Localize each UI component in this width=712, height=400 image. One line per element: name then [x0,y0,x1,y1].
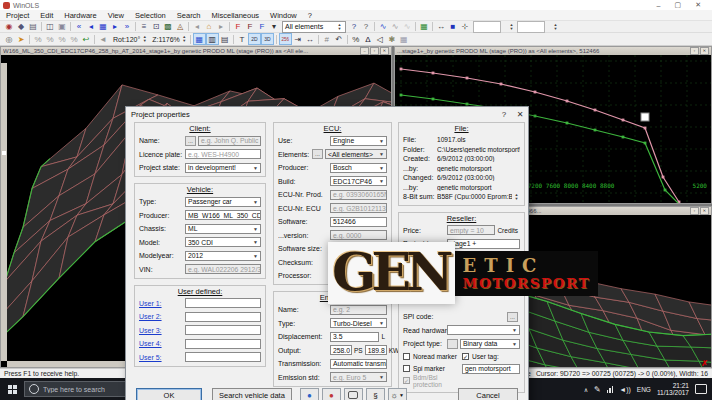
windows-ink-icon[interactable]: ✎ [594,385,601,394]
value-plus-icon[interactable]: % [44,34,56,45]
licence-plate-input[interactable]: e.g. WES-H4900 [185,149,261,159]
zoom-spinner[interactable]: ▲▼ [181,34,188,44]
volume-icon[interactable]: ◄)) [619,386,631,393]
window-close-button[interactable]: ✕ [695,1,701,9]
cancel-button[interactable]: Cancel [458,388,518,400]
import-project-icon[interactable]: ◉ [3,21,15,32]
all-elements-spinner[interactable]: ▲▼ [336,22,343,32]
menu-hardware[interactable]: Hardware [64,11,97,20]
window-maximize-button[interactable]: ▢ [675,1,682,9]
print-icon[interactable]: ▤ [27,21,39,32]
legal-button[interactable]: § [366,388,385,400]
spi-code-browse-button[interactable]: ... [507,312,518,322]
map-faded-icon[interactable]: ∿ [401,21,413,32]
start-button[interactable] [0,378,24,400]
hidden-icons-chevron[interactable]: ∧ [584,386,588,393]
folder-darkred-icon[interactable]: F [244,21,256,32]
action-center-icon[interactable] [695,384,707,394]
window-minimize-button[interactable]: – [657,2,661,9]
ecu-use-combo[interactable]: Engine▼ [330,136,387,146]
context-help-icon[interactable]: ? [360,21,372,32]
dialog-help-button[interactable]: ? [496,108,512,121]
child-restore-icon[interactable]: ▫ [370,47,379,55]
emission-combo[interactable]: e.g. Euro 5▼ [330,372,387,382]
menu-help[interactable]: ? [308,11,312,20]
rotation-spinner[interactable]: ▲▼ [141,34,148,44]
client-name-combo[interactable]: e.g. John Q. Public▼ [198,136,261,146]
edit-mode-icon[interactable]: ➤ [15,34,27,45]
child-close-icon[interactable]: ✕ [700,207,709,215]
rotation-field[interactable]: Rot:120° [113,36,140,43]
menu-project[interactable]: Project [6,11,29,20]
user3-link[interactable]: User 3: [139,327,185,334]
menu-edit[interactable]: Edit [40,11,53,20]
value-offset-icon[interactable]: % [68,34,80,45]
compare-original-icon[interactable]: # [321,34,333,45]
delta-icon[interactable]: Δ [362,34,374,45]
engine-name-input[interactable]: e.g. 2 [330,305,387,315]
selection-blue-icon[interactable]: ■ [447,21,459,32]
zoom-selection-icon[interactable]: ⊡ [150,21,162,32]
vehicle-model-combo[interactable]: 350 CDI▼ [185,237,261,247]
view-3d-icon[interactable]: 3D [261,33,274,45]
language-indicator[interactable]: ENG [637,386,651,393]
noread-marker-checkbox[interactable] [403,353,410,360]
hints-button[interactable]: ☼▼ [388,388,407,400]
vehicle-producer-combo[interactable]: MB_W166_ML_350_CD▼ [185,210,261,220]
back-icon[interactable]: ◂ [191,21,203,32]
dialog-close-button[interactable]: ✕ [512,108,528,121]
user-tag-input[interactable]: gen motorsport [462,364,520,374]
client-data-icon[interactable]: ◆ [15,21,27,32]
ok-button[interactable]: OK [136,388,202,400]
price-input[interactable]: empty = 10 [447,225,495,235]
user5-link[interactable]: User 5: [139,354,185,361]
map-preview-icon[interactable]: ▩ [162,21,174,32]
bytes-256-icon[interactable]: 256 [279,33,292,45]
ecu-elements-browse-button[interactable]: ... [312,149,323,159]
child-close-icon[interactable]: ✕ [380,47,389,55]
apply-changes-icon[interactable]: ↩ [80,34,92,45]
menu-search[interactable]: Search [177,11,201,20]
close-window-icon[interactable]: ▣ [56,21,68,32]
dimensions-icon[interactable]: ↔ [435,21,447,32]
project-state-combo[interactable]: in development!▼ [185,163,261,173]
bitsum-spinner[interactable]: ▲▼ [513,192,520,202]
child-minimize-icon[interactable]: – [360,47,369,55]
first-element-icon[interactable]: « [73,21,85,32]
network-icon[interactable] [607,386,614,393]
curve-window-titlebar[interactable]: ...stage1+_by genetic PRODO ML (stage (P… [395,47,711,55]
toolbar-spin-field-2[interactable] [517,21,545,33]
output-ps-input[interactable]: 258.0 [330,345,352,355]
child-close-icon[interactable]: ✕ [700,47,709,55]
triangle-left-icon[interactable]: ◁ [374,34,386,45]
mute-icon[interactable]: ◄ [97,34,109,45]
web-search-blue-button[interactable]: ● [300,388,319,400]
search-vehicle-data-button[interactable]: Search vehicle data [212,388,292,400]
folder-dropdown-icon[interactable]: ▾ [268,21,280,32]
vehicle-modelyear-combo[interactable]: 2012▼ [185,251,261,261]
child-restore-icon[interactable]: ▫ [690,207,699,215]
undo-icon[interactable]: ↶ [333,34,345,45]
user5-input[interactable] [185,352,261,362]
view-2d-icon[interactable]: 2D [248,33,261,45]
user1-input[interactable] [185,298,261,308]
open-version-icon[interactable]: ⌂ [203,21,215,32]
percent-icon[interactable]: % [350,34,362,45]
project-type2-browse-button[interactable] [447,339,458,349]
toolbar-spin-field-1[interactable] [473,21,501,33]
user3-input[interactable] [185,325,261,335]
forward-icon[interactable]: ▸ [215,21,227,32]
folder-blue-icon[interactable]: F [256,21,268,32]
ecu-elements-combo[interactable]: <All elements>▼ [325,149,387,159]
menu-selection[interactable]: Selection [135,11,166,20]
taskbar-clock[interactable]: 21:21 11/13/2017 [657,382,689,396]
menu-view[interactable]: View [108,11,124,20]
child-restore-icon[interactable]: ▫ [690,47,699,55]
displacement-input[interactable]: 3.5 [330,332,379,342]
hex-view-icon[interactable]: ▦ [193,33,206,45]
user4-input[interactable] [185,339,261,349]
dialog-titlebar[interactable]: Project properties ? ✕ [126,107,528,121]
value-minus-icon[interactable]: % [32,34,44,45]
spi-marker-checkbox[interactable] [403,365,410,372]
preview-eye-icon[interactable]: ◎ [3,34,15,45]
